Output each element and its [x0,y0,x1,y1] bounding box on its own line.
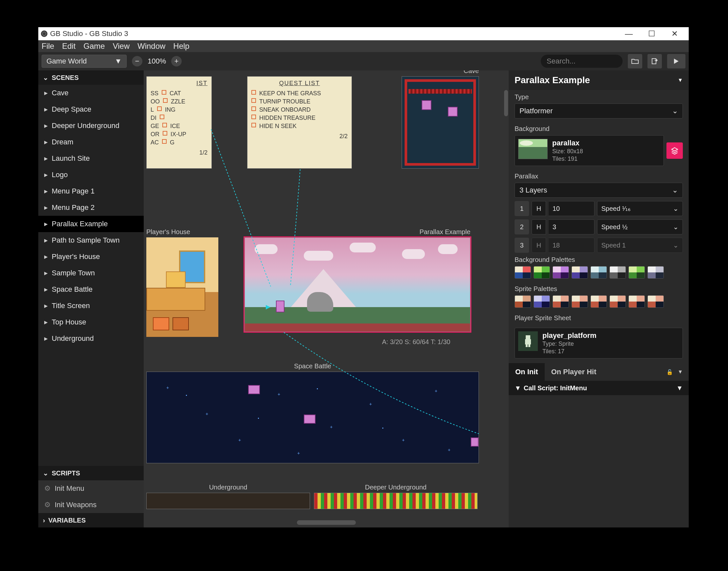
palette-swatch[interactable] [514,295,531,308]
triangle-icon: ▶ [44,189,48,194]
sidebar-script-item[interactable]: ⚙Init Weapons [38,497,144,513]
player-start-icon[interactable]: ▶ [266,303,270,310]
palette-swatch[interactable] [647,295,664,308]
menu-window[interactable]: Window [137,41,165,51]
sidebar-scene-item[interactable]: ▶Parallax Example [38,216,144,232]
lock-icon[interactable]: 🔓 [666,369,673,375]
sidebar-scene-item[interactable]: ▶Top House [38,314,144,330]
scene-item-label: Cave [52,89,69,97]
scene-parallax-example[interactable]: Parallax Example ▶ [245,237,470,332]
speed-select[interactable]: Speed ½⌄ [597,219,683,234]
palette-swatch[interactable] [609,295,626,308]
scene-underground[interactable]: Underground [146,493,310,509]
menu-help[interactable]: Help [173,41,189,51]
palette-swatch[interactable] [533,266,550,278]
zoom-in-button[interactable]: + [171,56,182,67]
quest-item-label: SNEAK ONBOARD [259,106,311,113]
scene-item-label: Sample Town [52,269,95,277]
close-icon[interactable]: ✕ [670,29,680,39]
scene-space-battle[interactable]: Space Battle ++ ++ ++ ++ ++ [146,372,479,463]
script-item-label: Init Weapons [55,500,97,509]
palette-swatch[interactable] [647,266,664,278]
actor-sprite[interactable] [471,437,479,447]
palette-swatch[interactable] [553,266,569,278]
zoom-out-button[interactable]: − [132,56,142,67]
palette-swatch[interactable] [591,266,607,278]
app-icon [41,30,47,37]
player-sprite-card[interactable]: player_platform Type: Sprite Tiles: 17 [514,328,683,358]
world-dropdown[interactable]: Game World ▼ [41,55,127,68]
height-input[interactable]: 10 [549,201,594,216]
menu-file[interactable]: File [41,41,54,51]
sidebar-scene-item[interactable]: ▶Cave [38,85,144,101]
export-icon [651,58,658,65]
folder-button[interactable] [628,54,642,69]
sidebar-scene-item[interactable]: ▶Path to Sample Town [38,232,144,248]
sidebar-scene-item[interactable]: ▶Title Screen [38,298,144,314]
palette-swatch[interactable] [553,295,569,308]
script-event-bar[interactable]: ▼ Call Script: InitMenu ▼ [509,381,689,395]
actor-sprite[interactable] [421,100,432,110]
scene-label: Underground [209,484,247,491]
scene-cave[interactable]: Cave [402,76,479,168]
scene-deeper-underground[interactable]: Deeper Underground [314,493,478,509]
play-button[interactable] [667,54,686,69]
scene-menu-page-1[interactable]: IST SSCATOOZZLELINGDIGEICEORIX-UPACG 1/2 [146,76,212,168]
maximize-icon[interactable]: ☐ [647,29,657,39]
variables-section-header[interactable]: › VARIABLES [38,513,144,528]
player-sprite-label: Player Sprite Sheet [514,314,683,322]
height-input[interactable]: 3 [549,219,594,234]
chevron-down-icon[interactable]: ▼ [678,369,683,375]
actor-sprite[interactable] [304,415,316,424]
menu-edit[interactable]: Edit [62,41,76,51]
inspector-title-bar[interactable]: Parallax Example ▼ [509,71,689,90]
player-sprite[interactable] [276,301,284,312]
minimize-icon[interactable]: — [624,29,634,39]
scenes-section-header[interactable]: ⌄ SCENES [38,71,144,85]
sidebar-scene-item[interactable]: ▶Space Battle [38,281,144,298]
actor-sprite[interactable] [248,385,260,394]
tab-on-player-hit[interactable]: On Player Hit [545,363,603,381]
palette-swatch[interactable] [609,266,626,278]
search-input[interactable]: Search... [541,55,623,68]
scene-players-house[interactable]: Player's House [146,237,218,337]
palette-swatch[interactable] [591,295,607,308]
palette-swatch[interactable] [514,266,531,278]
scripts-section-header[interactable]: ⌄ SCRIPTS [38,466,144,480]
palette-swatch[interactable] [533,295,550,308]
sidebar-scene-item[interactable]: ▶Logo [38,166,144,183]
sidebar-scene-item[interactable]: ▶Player's House [38,248,144,265]
palette-swatch[interactable] [572,266,588,278]
palette-swatch[interactable] [572,295,588,308]
world-canvas[interactable]: ✚ IST SSCATOOZZLELINGDIGEICEORIX-UPACG 1… [144,71,509,528]
scene-menu-page-2[interactable]: QUEST LIST KEEP ON THE GRASSTURNIP TROUB… [247,76,352,168]
actor-sprite[interactable] [448,107,458,117]
sidebar-scene-item[interactable]: ▶Menu Page 1 [38,183,144,199]
canvas-horizontal-scrollbar[interactable] [297,520,356,525]
sidebar-scene-item[interactable]: ▶Underground [38,330,144,347]
parallax-select[interactable]: 3 Layers ⌄ [514,183,683,198]
sidebar-script-item[interactable]: ⚙Init Menu [38,480,144,497]
parallax-toggle-button[interactable] [666,142,683,159]
menu-game[interactable]: Game [84,41,105,51]
sidebar-scene-item[interactable]: ▶Dream [38,134,144,150]
folder-icon [631,58,639,64]
sidebar-scene-item[interactable]: ▶Menu Page 2 [38,199,144,216]
background-card[interactable]: parallax Size: 80x18 Tiles: 191 [514,135,664,166]
triangle-icon: ▶ [44,270,48,276]
quest-item-label: TURNIP TROUBLE [259,98,310,105]
export-button[interactable] [647,54,662,69]
palette-swatch[interactable] [628,266,645,278]
tab-on-init[interactable]: On Init [509,363,545,381]
sidebar-scene-item[interactable]: ▶Deeper Underground [38,118,144,134]
canvas-vertical-scrollbar[interactable] [504,90,508,116]
type-select[interactable]: Platformer ⌄ [514,103,683,119]
palette-swatch[interactable] [628,295,645,308]
sidebar-scene-item[interactable]: ▶Sample Town [38,265,144,281]
speed-select[interactable]: Speed ¹⁄₁₆⌄ [597,201,683,216]
checkbox-icon [251,123,256,127]
zoom-controls: − 100% + [132,56,182,67]
sidebar-scene-item[interactable]: ▶Launch Site [38,150,144,166]
menu-view[interactable]: View [113,41,130,51]
sidebar-scene-item[interactable]: ▶Deep Space [38,101,144,118]
